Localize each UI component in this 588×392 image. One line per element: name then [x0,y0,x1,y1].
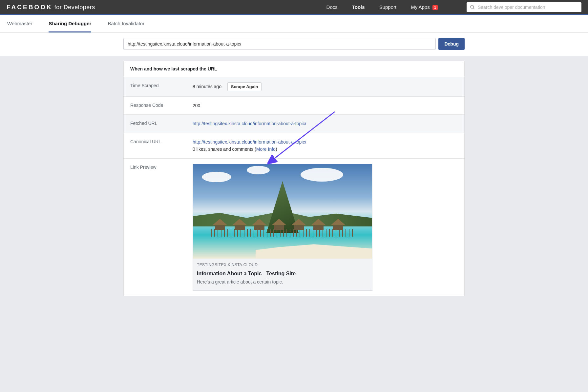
logo-facebook: FACEBOOK [7,4,52,10]
link-preview-card[interactable]: TESTINGSITEX.KINSTA.CLOUD Information Ab… [193,164,372,291]
card-header: When and how we last scraped the URL [124,61,464,77]
scrape-result-card: When and how we last scraped the URL Tim… [123,61,465,296]
nav-tools[interactable]: Tools [352,4,365,10]
label-fetched-url: Fetched URL [130,120,193,126]
svg-line-1 [473,8,474,9]
row-canonical-url: Canonical URL http://testingsitex.kinsta… [124,133,464,159]
tab-sharing-debugger[interactable]: Sharing Debugger [49,15,91,32]
label-time-scraped: Time Scraped [130,82,193,88]
label-link-preview: Link Preview [130,164,193,170]
more-info-link[interactable]: More Info [256,147,276,152]
row-response-code: Response Code 200 [124,97,464,115]
logo-for-developers: for Developers [54,4,95,10]
value-time-scraped: 8 minutes ago Scrape Again [193,82,458,91]
debug-button[interactable]: Debug [438,38,465,50]
preview-description: Here's a great article about a certain t… [197,278,368,285]
value-fetched-url: http://testingsitex.kinsta.cloud/informa… [193,120,458,127]
value-response-code: 200 [193,102,458,109]
nav-support[interactable]: Support [379,4,397,10]
preview-domain: TESTINGSITEX.KINSTA.CLOUD [197,262,368,268]
svg-point-0 [471,5,473,8]
label-response-code: Response Code [130,102,193,108]
url-bar: Debug [0,33,588,56]
search-box[interactable] [467,2,581,12]
tool-tabs: Webmaster Sharing Debugger Batch Invalid… [0,15,588,33]
nav-links: Docs Tools Support My Apps 1 [326,2,581,12]
label-canonical-url: Canonical URL [130,138,193,144]
search-icon [470,5,475,10]
url-input[interactable] [123,38,436,50]
nav-myapps-badge: 1 [432,5,438,10]
preview-image [193,164,372,259]
nav-myapps[interactable]: My Apps 1 [411,4,438,10]
time-scraped-text: 8 minutes ago [193,84,221,89]
canonical-stats-suffix: ) [276,147,277,152]
content-area: When and how we last scraped the URL Tim… [0,56,588,306]
nav-docs[interactable]: Docs [326,4,338,10]
logo[interactable]: FACEBOOKfor Developers [7,4,95,11]
canonical-url-link[interactable]: http://testingsitex.kinsta.cloud/informa… [193,139,306,145]
preview-meta: TESTINGSITEX.KINSTA.CLOUD Information Ab… [193,259,372,290]
row-link-preview: Link Preview [124,159,464,296]
tab-batch-invalidator[interactable]: Batch Invalidator [108,15,144,32]
tab-webmaster[interactable]: Webmaster [7,15,32,32]
row-fetched-url: Fetched URL http://testingsitex.kinsta.c… [124,115,464,133]
fetched-url-link[interactable]: http://testingsitex.kinsta.cloud/informa… [193,121,306,126]
scrape-again-button[interactable]: Scrape Again [227,82,262,91]
row-time-scraped: Time Scraped 8 minutes ago Scrape Again [124,77,464,97]
value-link-preview: TESTINGSITEX.KINSTA.CLOUD Information Ab… [193,164,458,291]
nav-myapps-label: My Apps [411,4,430,10]
canonical-stats-prefix: 0 likes, shares and comments ( [193,147,256,152]
top-navbar: FACEBOOKfor Developers Docs Tools Suppor… [0,0,588,15]
preview-title: Information About a Topic - Testing Site [197,269,368,278]
search-input[interactable] [478,5,578,10]
value-canonical-url: http://testingsitex.kinsta.cloud/informa… [193,138,458,153]
